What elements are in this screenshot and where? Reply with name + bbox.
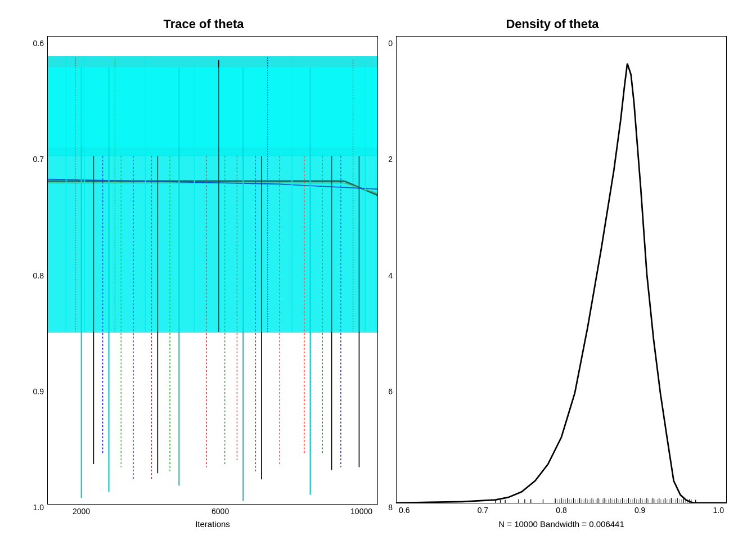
trace-plot [47,36,378,505]
density-title: Density of theta [506,17,598,32]
density-chart-area: 8 6 4 2 0 [378,36,727,529]
density-y-label-1: 0 [388,39,393,48]
density-x-axis: 0.6 0.7 0.8 0.9 1.0 [396,503,727,515]
density-y-label-2: 2 [388,155,393,164]
trace-y-label-3: 0.8 [33,271,44,280]
density-y-label-5: 8 [388,503,393,512]
density-y-label-3: 4 [388,271,393,280]
trace-y-label-4: 0.9 [33,387,44,396]
density-y-label-4: 6 [388,387,393,396]
density-x-label-3: 0.8 [556,506,566,515]
density-y-axis: 8 6 4 2 0 [378,36,396,529]
trace-x-axis: 2000 6000 10000 [47,505,378,516]
trace-title: Trace of theta [163,17,244,32]
trace-y-label-5: 1.0 [33,503,44,512]
density-x-label-1: 0.6 [399,506,410,515]
trace-x-label-1: 2000 [73,507,90,516]
density-subtitle: N = 10000 Bandwidth = 0.006441 [396,519,727,529]
trace-y-axis: 1.0 0.9 0.8 0.7 0.6 [29,36,47,529]
density-x-label-5: 1.0 [713,506,724,515]
density-plot-wrapper: 0.6 0.7 0.8 0.9 1.0 N = 10000 Bandwidth … [396,36,727,529]
density-x-label-4: 0.9 [634,506,645,515]
main-container: Trace of theta 1.0 0.9 0.8 0.7 0.6 [0,0,756,540]
trace-panel: Trace of theta 1.0 0.9 0.8 0.7 0.6 [29,11,378,529]
trace-x-title: Iterations [47,519,378,529]
trace-chart-area: 1.0 0.9 0.8 0.7 0.6 [29,36,378,529]
svg-rect-44 [48,68,377,147]
trace-plot-wrapper: 2000 6000 10000 Iterations [47,36,378,529]
svg-rect-45 [48,147,377,332]
density-panel: Density of theta 8 6 4 2 0 [378,11,727,529]
trace-y-label-1: 0.6 [33,39,44,48]
density-x-label-2: 0.7 [478,506,488,515]
trace-x-label-2: 6000 [212,507,229,516]
trace-y-label-2: 0.7 [33,155,44,164]
trace-x-label-3: 10000 [350,507,372,516]
density-plot [396,36,727,503]
